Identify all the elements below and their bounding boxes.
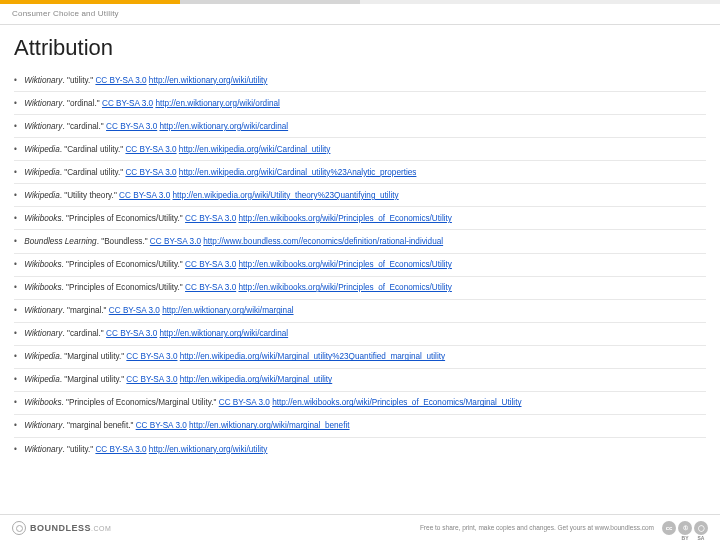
source-url-link[interactable]: http://en.wiktionary.org/wiki/cardinal [159, 122, 288, 131]
bullet-icon: • [14, 236, 22, 247]
bullet-icon: • [14, 328, 22, 339]
attribution-item: • Wikipedia. "Marginal utility." CC BY-S… [14, 346, 706, 369]
source-url-link[interactable]: http://en.wikipedia.org/wiki/Marginal_ut… [180, 352, 445, 361]
bullet-icon: • [14, 213, 22, 224]
source-url-link[interactable]: http://en.wikipedia.org/wiki/Cardinal_ut… [179, 168, 417, 177]
license-link[interactable]: CC BY-SA 3.0 [126, 375, 177, 384]
page-title: Attribution [0, 25, 720, 69]
source-name: Wiktionary [24, 421, 62, 430]
bullet-icon: • [14, 282, 22, 293]
bullet-icon: • [14, 444, 22, 455]
license-link[interactable]: CC BY-SA 3.0 [106, 122, 157, 131]
license-link[interactable]: CC BY-SA 3.0 [106, 329, 157, 338]
attribution-item: • Wikipedia. "Utility theory." CC BY-SA … [14, 184, 706, 207]
by-icon: ①BY [678, 521, 692, 535]
source-name: Wiktionary [24, 329, 62, 338]
source-title: cardinal [70, 122, 99, 131]
logo-text: BOUNDLESS.COM [30, 523, 111, 533]
source-url-link[interactable]: http://en.wikibooks.org/wiki/Principles_… [238, 260, 451, 269]
license-link[interactable]: CC BY-SA 3.0 [185, 260, 236, 269]
footer: BOUNDLESS.COM Free to share, print, make… [0, 514, 720, 540]
license-link[interactable]: CC BY-SA 3.0 [95, 445, 146, 454]
footer-tagline: Free to share, print, make copies and ch… [420, 524, 654, 531]
attribution-item: • Wiktionary. "marginal." CC BY-SA 3.0 h… [14, 300, 706, 323]
source-name: Wikipedia [24, 145, 59, 154]
accent-bar [0, 0, 720, 4]
license-link[interactable]: CC BY-SA 3.0 [136, 421, 187, 430]
source-name: Wikibooks [24, 260, 61, 269]
source-url-link[interactable]: http://en.wiktionary.org/wiki/utility [149, 445, 268, 454]
source-url-link[interactable]: http://en.wikipedia.org/wiki/Marginal_ut… [180, 375, 332, 384]
bullet-icon: • [14, 98, 22, 109]
source-name: Wiktionary [24, 76, 62, 85]
attribution-item: • Wiktionary. "marginal benefit." CC BY-… [14, 415, 706, 438]
source-url-link[interactable]: http://en.wikipedia.org/wiki/Cardinal_ut… [179, 145, 331, 154]
source-name: Wikipedia [24, 191, 59, 200]
source-name: Wiktionary [24, 122, 62, 131]
source-title: cardinal [70, 329, 99, 338]
attribution-item: • Wikibooks. "Principles of Economics/Ut… [14, 207, 706, 230]
attribution-item: • Wikipedia. "Marginal utility." CC BY-S… [14, 369, 706, 392]
bullet-icon: • [14, 121, 22, 132]
sa-icon: ◯SA [694, 521, 708, 535]
source-title: Marginal utility [67, 375, 119, 384]
cc-badges: cc ①BY ◯SA [662, 521, 708, 535]
source-url-link[interactable]: http://en.wikibooks.org/wiki/Principles_… [238, 214, 451, 223]
license-link[interactable]: CC BY-SA 3.0 [185, 214, 236, 223]
source-name: Wiktionary [24, 306, 62, 315]
attribution-item: • Wiktionary. "cardinal." CC BY-SA 3.0 h… [14, 323, 706, 346]
license-link[interactable]: CC BY-SA 3.0 [126, 352, 177, 361]
source-title: Boundless [104, 237, 142, 246]
license-link[interactable]: CC BY-SA 3.0 [102, 99, 153, 108]
source-name: Wiktionary [24, 445, 62, 454]
source-title: Principles of Economics/Utility [69, 260, 178, 269]
source-title: Principles of Economics/Utility [69, 214, 178, 223]
source-name: Wikipedia [24, 352, 59, 361]
bullet-icon: • [14, 351, 22, 362]
attribution-item: • Wiktionary. "cardinal." CC BY-SA 3.0 h… [14, 115, 706, 138]
license-link[interactable]: CC BY-SA 3.0 [150, 237, 201, 246]
source-name: Boundless Learning [24, 237, 96, 246]
source-title: Principles of Economics/Marginal Utility [69, 398, 211, 407]
source-url-link[interactable]: http://en.wikibooks.org/wiki/Principles_… [238, 283, 451, 292]
boundless-logo-icon [12, 521, 26, 535]
source-url-link[interactable]: http://en.wiktionary.org/wiki/cardinal [159, 329, 288, 338]
source-title: Principles of Economics/Utility [69, 283, 178, 292]
source-url-link[interactable]: http://en.wiktionary.org/wiki/marginal_b… [189, 421, 350, 430]
source-title: Cardinal utility [67, 168, 118, 177]
license-link[interactable]: CC BY-SA 3.0 [95, 76, 146, 85]
bullet-icon: • [14, 374, 22, 385]
bullet-icon: • [14, 144, 22, 155]
bullet-icon: • [14, 190, 22, 201]
attribution-item: • Wiktionary. "utility." CC BY-SA 3.0 ht… [14, 438, 706, 460]
license-link[interactable]: CC BY-SA 3.0 [185, 283, 236, 292]
source-name: Wikipedia [24, 168, 59, 177]
source-name: Wiktionary [24, 99, 62, 108]
source-url-link[interactable]: http://en.wikibooks.org/wiki/Principles_… [272, 398, 521, 407]
logo: BOUNDLESS.COM [12, 521, 111, 535]
license-link[interactable]: CC BY-SA 3.0 [219, 398, 270, 407]
source-url-link[interactable]: http://en.wiktionary.org/wiki/marginal [162, 306, 293, 315]
license-link[interactable]: CC BY-SA 3.0 [125, 145, 176, 154]
source-url-link[interactable]: http://en.wiktionary.org/wiki/ordinal [155, 99, 280, 108]
attribution-item: • Wikipedia. "Cardinal utility." CC BY-S… [14, 161, 706, 184]
source-url-link[interactable]: http://www.boundless.com//economics/defi… [203, 237, 443, 246]
bullet-icon: • [14, 75, 22, 86]
source-title: utility [70, 445, 88, 454]
attribution-item: • Wikibooks. "Principles of Economics/Ut… [14, 277, 706, 300]
breadcrumb-text: Consumer Choice and Utility [12, 9, 119, 18]
license-link[interactable]: CC BY-SA 3.0 [119, 191, 170, 200]
source-url-link[interactable]: http://en.wiktionary.org/wiki/utility [149, 76, 268, 85]
bullet-icon: • [14, 167, 22, 178]
source-title: Utility theory [67, 191, 111, 200]
license-link[interactable]: CC BY-SA 3.0 [125, 168, 176, 177]
attribution-item: • Wikipedia. "Cardinal utility." CC BY-S… [14, 138, 706, 161]
attribution-item: • Wikibooks. "Principles of Economics/Ma… [14, 392, 706, 415]
source-name: Wikibooks [24, 398, 61, 407]
source-title: marginal [70, 306, 101, 315]
bullet-icon: • [14, 305, 22, 316]
source-title: marginal benefit [70, 421, 128, 430]
license-link[interactable]: CC BY-SA 3.0 [109, 306, 160, 315]
source-url-link[interactable]: http://en.wikipedia.org/wiki/Utility_the… [172, 191, 398, 200]
breadcrumb: Consumer Choice and Utility [0, 4, 720, 25]
